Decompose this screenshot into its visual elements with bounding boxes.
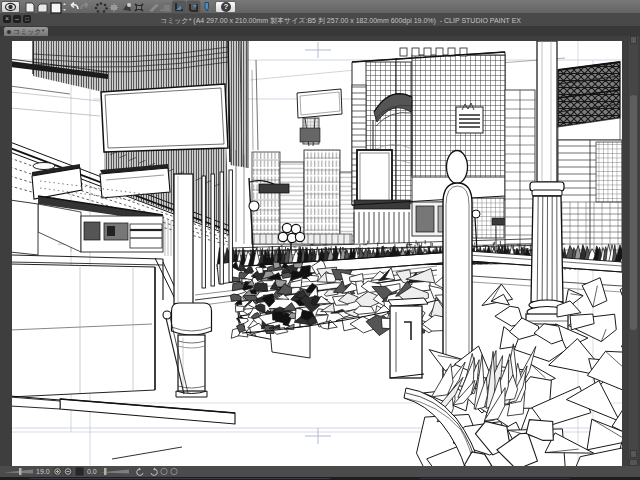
svg-text:0.0: 0.0: [87, 468, 97, 475]
svg-text:19.0: 19.0: [36, 468, 50, 475]
